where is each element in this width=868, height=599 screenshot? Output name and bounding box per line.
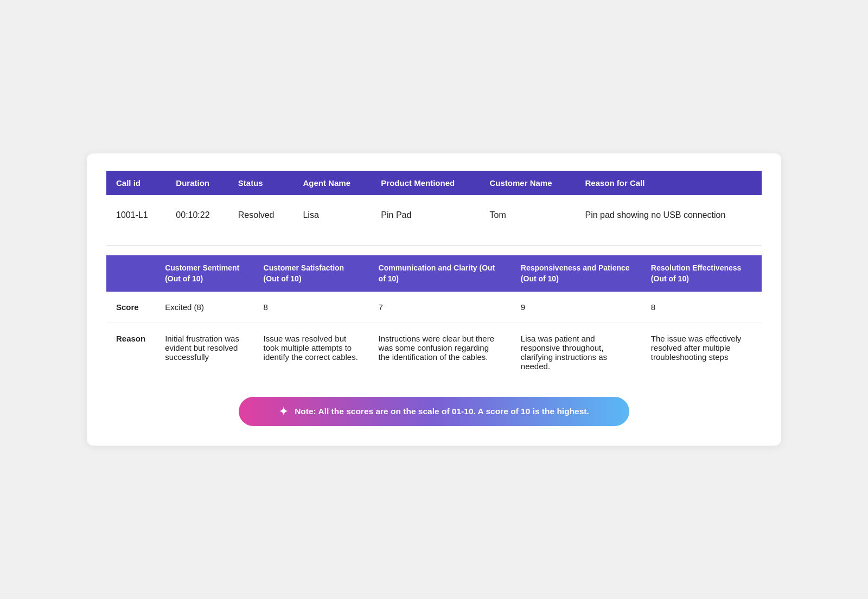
cell-agent-name: Lisa [293, 195, 371, 235]
score-col-header-responsiveness: Responsiveness and Patience (Out of 10) [511, 255, 641, 292]
col-header-status: Status [228, 171, 293, 195]
score-cell-responsiveness: 9 [511, 292, 641, 323]
note-pill: ✦ Note: All the scores are on the scale … [239, 397, 629, 426]
score-col-empty [106, 255, 155, 292]
score-table: Customer Sentiment (Out of 10) Customer … [106, 255, 762, 382]
reason-cell-resolution: The issue was effectively resolved after… [641, 323, 762, 382]
score-cell-sentiment: Excited (8) [155, 292, 253, 323]
col-header-product-mentioned: Product Mentioned [371, 171, 480, 195]
cell-status: Resolved [228, 195, 293, 235]
col-header-reason-for-call: Reason for Call [575, 171, 762, 195]
score-col-header-communication: Communication and Clarity (Out of 10) [369, 255, 511, 292]
col-header-duration: Duration [166, 171, 228, 195]
score-cell-resolution: 8 [641, 292, 762, 323]
section-divider [106, 245, 762, 246]
reason-cell-sentiment: Initial frustration was evident but reso… [155, 323, 253, 382]
score-cell-satisfaction: 8 [254, 292, 369, 323]
reason-row: Reason Initial frustration was evident b… [106, 323, 762, 382]
cell-duration: 00:10:22 [166, 195, 228, 235]
score-cell-communication: 7 [369, 292, 511, 323]
call-info-row: 1001-L1 00:10:22 Resolved Lisa Pin Pad T… [106, 195, 762, 235]
cell-reason-for-call: Pin pad showing no USB connection [575, 195, 762, 235]
main-card: Call id Duration Status Agent Name Produ… [87, 153, 781, 446]
note-text: Note: All the scores are on the scale of… [295, 407, 589, 416]
reason-cell-responsiveness: Lisa was patient and responsive througho… [511, 323, 641, 382]
reason-cell-communication: Instructions were clear but there was so… [369, 323, 511, 382]
note-banner: ✦ Note: All the scores are on the scale … [106, 397, 762, 426]
col-header-agent-name: Agent Name [293, 171, 371, 195]
cell-call-id: 1001-L1 [106, 195, 166, 235]
score-col-header-resolution: Resolution Effectiveness (Out of 10) [641, 255, 762, 292]
call-info-table: Call id Duration Status Agent Name Produ… [106, 171, 762, 235]
cell-product-mentioned: Pin Pad [371, 195, 480, 235]
cell-customer-name: Tom [480, 195, 576, 235]
score-col-header-satisfaction: Customer Satisfaction (Out of 10) [254, 255, 369, 292]
col-header-customer-name: Customer Name [480, 171, 576, 195]
star-icon: ✦ [279, 405, 288, 418]
score-row-label: Score [106, 292, 155, 323]
col-header-call-id: Call id [106, 171, 166, 195]
score-row: Score Excited (8) 8 7 9 8 [106, 292, 762, 323]
reason-cell-satisfaction: Issue was resolved but took multiple att… [254, 323, 369, 382]
score-col-header-sentiment: Customer Sentiment (Out of 10) [155, 255, 253, 292]
reason-row-label: Reason [106, 323, 155, 382]
